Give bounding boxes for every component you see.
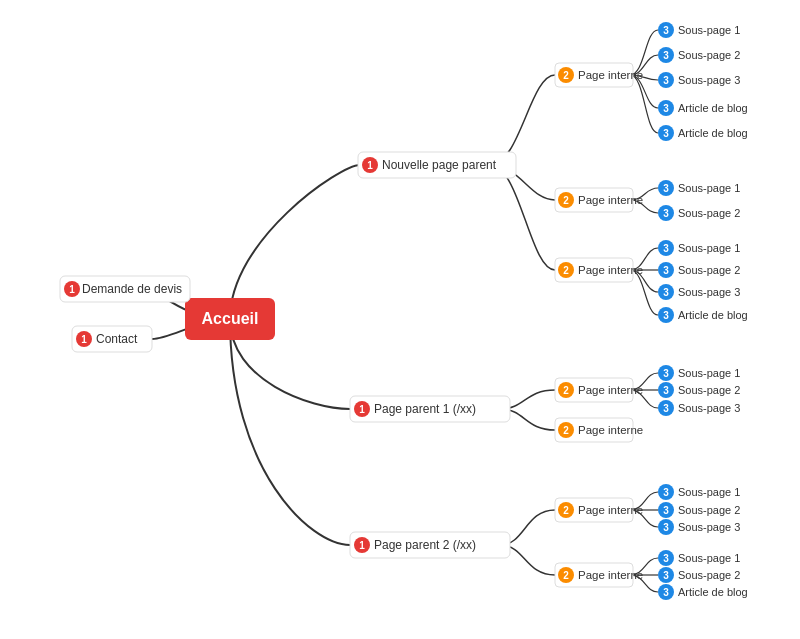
svg-text:3: 3 (663, 25, 669, 36)
svg-text:3: 3 (663, 75, 669, 86)
svg-text:3: 3 (663, 243, 669, 254)
svg-text:1: 1 (367, 160, 373, 171)
svg-text:3: 3 (663, 128, 669, 139)
root-label: Accueil (202, 310, 259, 327)
parent2-label: Page parent 2 (/xx) (374, 538, 476, 552)
svg-text:Sous-page 3: Sous-page 3 (678, 74, 740, 86)
svg-text:Page interne: Page interne (578, 264, 643, 276)
svg-text:3: 3 (663, 505, 669, 516)
svg-text:3: 3 (663, 522, 669, 533)
svg-text:1: 1 (81, 334, 87, 345)
svg-text:Article de blog: Article de blog (678, 127, 748, 139)
svg-text:3: 3 (663, 208, 669, 219)
svg-text:Article de blog: Article de blog (678, 309, 748, 321)
svg-text:3: 3 (663, 385, 669, 396)
svg-text:3: 3 (663, 570, 669, 581)
svg-text:Sous-page 1: Sous-page 1 (678, 367, 740, 379)
svg-text:3: 3 (663, 103, 669, 114)
svg-text:Sous-page 1: Sous-page 1 (678, 24, 740, 36)
svg-text:Page interne: Page interne (578, 194, 643, 206)
svg-text:2: 2 (563, 570, 569, 581)
contact-label: Contact (96, 332, 138, 346)
svg-text:Sous-page 1: Sous-page 1 (678, 486, 740, 498)
svg-text:2: 2 (563, 70, 569, 81)
svg-text:3: 3 (663, 50, 669, 61)
svg-text:2: 2 (563, 425, 569, 436)
svg-text:Sous-page 1: Sous-page 1 (678, 182, 740, 194)
svg-text:2: 2 (563, 385, 569, 396)
svg-text:Page interne: Page interne (578, 504, 643, 516)
svg-text:3: 3 (663, 553, 669, 564)
svg-text:2: 2 (563, 265, 569, 276)
svg-text:1: 1 (69, 284, 75, 295)
svg-text:Sous-page 2: Sous-page 2 (678, 569, 740, 581)
svg-text:Page interne: Page interne (578, 424, 643, 436)
svg-text:Sous-page 2: Sous-page 2 (678, 264, 740, 276)
svg-text:1: 1 (359, 404, 365, 415)
svg-text:Sous-page 2: Sous-page 2 (678, 207, 740, 219)
svg-text:3: 3 (663, 310, 669, 321)
svg-text:Sous-page 2: Sous-page 2 (678, 384, 740, 396)
svg-text:Page interne: Page interne (578, 569, 643, 581)
nouvelle-label: Nouvelle page parent (382, 158, 497, 172)
svg-text:3: 3 (663, 403, 669, 414)
svg-text:3: 3 (663, 287, 669, 298)
svg-text:Article de blog: Article de blog (678, 586, 748, 598)
svg-text:Article de blog: Article de blog (678, 102, 748, 114)
svg-text:2: 2 (563, 505, 569, 516)
parent1-label: Page parent 1 (/xx) (374, 402, 476, 416)
svg-text:Sous-page 3: Sous-page 3 (678, 402, 740, 414)
svg-text:1: 1 (359, 540, 365, 551)
svg-text:Sous-page 2: Sous-page 2 (678, 49, 740, 61)
svg-text:Sous-page 3: Sous-page 3 (678, 521, 740, 533)
svg-text:3: 3 (663, 265, 669, 276)
svg-text:Page interne: Page interne (578, 69, 643, 81)
svg-text:Sous-page 3: Sous-page 3 (678, 286, 740, 298)
svg-text:Sous-page 1: Sous-page 1 (678, 242, 740, 254)
svg-text:3: 3 (663, 587, 669, 598)
demande-label: Demande de devis (82, 282, 182, 296)
svg-text:Page interne: Page interne (578, 384, 643, 396)
svg-text:Sous-page 1: Sous-page 1 (678, 552, 740, 564)
svg-text:2: 2 (563, 195, 569, 206)
svg-text:Sous-page 2: Sous-page 2 (678, 504, 740, 516)
svg-text:3: 3 (663, 487, 669, 498)
svg-text:3: 3 (663, 183, 669, 194)
svg-text:3: 3 (663, 368, 669, 379)
